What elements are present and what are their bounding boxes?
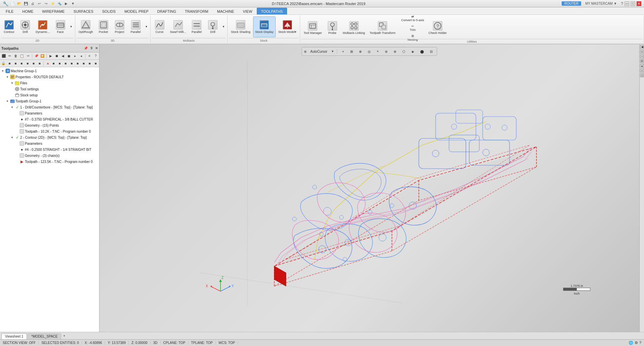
curve-btn[interactable]: Curve — [152, 16, 167, 37]
contour-btn[interactable]: Contour — [1, 16, 17, 37]
tp2-btn6[interactable]: ■ — [37, 60, 42, 67]
rp-btn2[interactable]: + — [640, 50, 644, 54]
ac-btn7[interactable]: ⊛ — [391, 49, 399, 54]
tp-stop2-btn[interactable]: ◼ — [66, 53, 72, 59]
ma-more-btn[interactable]: ▼ — [221, 23, 226, 31]
tp-run-btn[interactable]: ▶ — [48, 53, 53, 59]
toolpaths-close-btn[interactable]: ✕ — [95, 46, 98, 50]
rp-btn6[interactable]: ○ — [640, 69, 644, 73]
tree-tool-settings[interactable]: Tool settings — [0, 86, 99, 92]
tree-properties[interactable]: ▼ Properties - ROUTER DEFAULT — [0, 74, 99, 80]
tp-edit-btn[interactable]: ✏ — [7, 53, 12, 59]
tab-view[interactable]: VIEW — [239, 8, 257, 14]
stock-shading-btn[interactable]: Stock Shading — [229, 16, 252, 37]
quick1-btn[interactable]: ⚡ — [50, 1, 55, 6]
tab-toolpaths[interactable]: TOOLPATHS — [257, 8, 287, 14]
tree-contour-2d[interactable]: ▼ ✓ 2 - Contour (2D) - [WCS: Top] - [Tpl… — [0, 134, 99, 140]
tp-help-btn[interactable]: ? — [93, 53, 98, 59]
maximize-btn[interactable]: □ — [631, 1, 635, 6]
tp2-btn1[interactable]: ■ — [7, 60, 12, 67]
close-btn[interactable]: ✕ — [637, 1, 641, 6]
tab-home[interactable]: HOME — [18, 8, 38, 14]
help-btn[interactable]: ? — [621, 1, 623, 6]
viewport[interactable]: ⊕ AutoCursor ▼ + ⊞ ⊕ ◎ ⌖ ⊚ ⊛ ⬡ ◈ ⬤ ⊟ — [99, 44, 639, 332]
tab-surfaces[interactable]: SURFACES — [69, 8, 97, 14]
tp2-btn10[interactable]: ■ — [69, 60, 75, 67]
tp-pin-btn[interactable]: 📌 — [33, 53, 39, 59]
rp-btn1[interactable]: ◀ — [640, 45, 644, 49]
tp-back-btn[interactable]: ◀ — [60, 53, 66, 59]
tree-params-2[interactable]: Parameters — [0, 140, 99, 146]
tp-cut-btn[interactable]: ✂ — [25, 53, 31, 59]
rp-btn3[interactable]: − — [640, 54, 644, 58]
quick4-btn[interactable]: ▼ — [70, 1, 76, 6]
dynamic-btn[interactable]: Dynamic... — [34, 16, 52, 37]
project-btn[interactable]: Project — [112, 16, 127, 37]
toolpath-transform-btn[interactable]: Toolpath Transform — [368, 17, 398, 38]
optirough-btn[interactable]: OptiRough — [77, 16, 95, 37]
tree-files[interactable]: ▼ Files — [0, 80, 99, 86]
view-tab-model-space[interactable]: *MODEL_SPACE — [28, 333, 61, 339]
tree-expander[interactable]: ▼ — [10, 105, 14, 109]
undo-btn[interactable]: ↩ — [37, 1, 42, 6]
tp2-lock-btn[interactable]: 🔒 — [1, 60, 6, 67]
tp-delete-btn[interactable]: 🗑 — [13, 53, 19, 59]
quick2-btn[interactable]: 🔩 — [57, 1, 62, 6]
tab-machine[interactable]: MACHINE — [213, 8, 239, 14]
swarf-btn[interactable]: Swarf Milli... — [168, 16, 189, 37]
rp-btn4[interactable]: ⊡ — [640, 59, 644, 63]
tp-list-btn[interactable]: ≡ — [87, 53, 92, 59]
drill-ma-btn[interactable]: Drill — [205, 16, 220, 37]
ac-btn10[interactable]: ⬤ — [418, 49, 426, 54]
tree-machine-group[interactable]: ▼ ⚙ Machine Group-1 — [0, 68, 99, 74]
toolpaths-9-btn[interactable]: 9 — [90, 46, 92, 50]
tp2-btn14[interactable]: ■ — [93, 60, 98, 67]
add-view-tab-btn[interactable]: + — [62, 334, 66, 338]
convert-5axis-btn[interactable]: ⇄ Convert to 5-axis — [400, 14, 426, 23]
tp2-btn12[interactable]: ■ — [81, 60, 86, 67]
tp2-btn9[interactable]: ■ — [63, 60, 69, 67]
statusbar-icon3[interactable]: ? — [639, 341, 641, 345]
tree-expander[interactable]: ▼ — [1, 69, 5, 73]
tp2-up-btn[interactable]: 🔺 — [45, 60, 50, 67]
ac-btn4[interactable]: ◎ — [365, 49, 373, 54]
tree-result-1[interactable]: Toolpath - 10.2K - T.NC - Program number… — [0, 128, 99, 134]
probe-btn[interactable]: Probe — [325, 17, 340, 38]
print-btn[interactable]: 🖨 — [30, 1, 35, 6]
tab-file[interactable]: FILE — [1, 8, 18, 14]
3d-more-btn[interactable]: ▼ — [144, 23, 149, 31]
minimize-btn[interactable]: — — [625, 1, 629, 6]
check-holder-btn[interactable]: ? Check Holder — [427, 17, 449, 38]
tp2-btn8[interactable]: ■ — [57, 60, 63, 67]
quick3-btn[interactable]: ▶ — [64, 1, 69, 6]
tp-dropdown-btn[interactable]: 🔽 — [40, 53, 45, 59]
tp2-btn2[interactable]: ■ — [13, 60, 18, 67]
drill-btn[interactable]: Drill — [17, 16, 33, 37]
parallel-ma-btn[interactable]: Parallel — [189, 16, 204, 37]
pocket-btn[interactable]: Pocket — [96, 16, 111, 37]
tree-expander[interactable]: ▼ — [5, 75, 9, 79]
tp2-btn4[interactable]: ■ — [25, 60, 31, 67]
tp2-btn13[interactable]: ■ — [87, 60, 92, 67]
2d-more-btn[interactable]: ▼ — [69, 23, 74, 31]
tree-expander[interactable]: ▼ — [10, 81, 14, 85]
stock-display-btn[interactable]: Stock Display — [253, 16, 276, 37]
stock-model-btn[interactable]: Stock Model▾ — [276, 16, 299, 37]
toolpaths-tree[interactable]: ▼ ⚙ Machine Group-1 ▼ Properties - ROUTE… — [0, 67, 99, 332]
cursor-dropdown[interactable]: ▼ — [331, 50, 334, 53]
new-btn[interactable]: 📄 — [10, 1, 15, 6]
ac-btn2[interactable]: ⊞ — [348, 49, 355, 54]
open-btn[interactable]: 📂 — [16, 1, 22, 6]
ac-btn1[interactable]: + — [340, 49, 347, 54]
tp2-btn3[interactable]: ■ — [19, 60, 25, 67]
tp-prev-btn[interactable]: ◂ — [78, 53, 84, 59]
tp-copy-btn[interactable]: 📋 — [19, 53, 25, 59]
tp-new-btn[interactable]: ⬛ — [1, 53, 6, 59]
tree-result-2[interactable]: ▶ Toolpath - 123.5K - T.NC - Program num… — [0, 159, 99, 165]
trim-btn[interactable]: ✂ Trim — [400, 24, 426, 33]
tree-toolpath-group[interactable]: ▼ Toolpath Group-1 — [0, 98, 99, 104]
tp-next-btn[interactable]: ▸ — [72, 53, 78, 59]
view-tab-viewsheet1[interactable]: Viewsheet 1 — [1, 333, 27, 339]
tp2-btn5[interactable]: ■ — [31, 60, 36, 67]
ac-btn8[interactable]: ⬡ — [400, 49, 408, 54]
